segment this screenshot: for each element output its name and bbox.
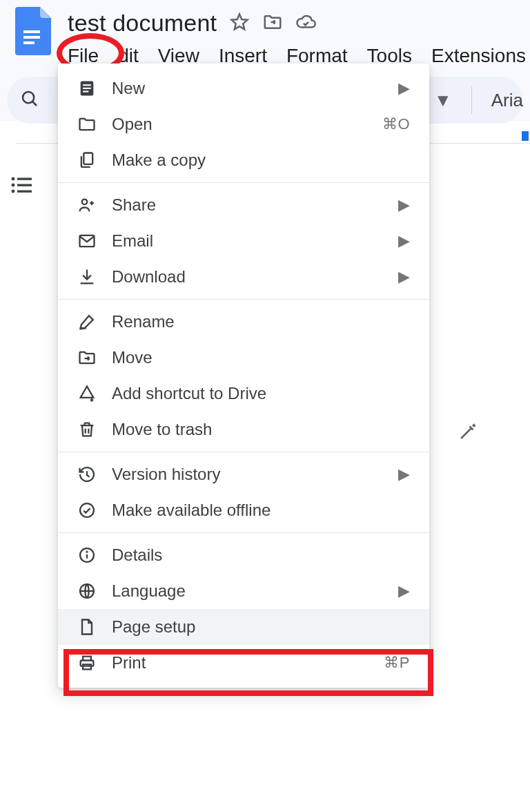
star-icon[interactable]	[229, 12, 250, 32]
rename-icon	[77, 312, 97, 331]
file-menu-rename-label: Rename	[112, 312, 175, 331]
chevron-down-icon[interactable]: ▼	[434, 90, 452, 111]
svg-rect-2	[23, 41, 35, 44]
file-menu-make-copy[interactable]: Make a copy	[58, 142, 429, 178]
svg-rect-15	[84, 153, 92, 164]
file-menu-add-shortcut[interactable]: Add shortcut to Drive	[58, 376, 429, 412]
file-menu-version-history[interactable]: Version history ▶	[58, 456, 429, 492]
docs-logo-icon[interactable]	[15, 7, 51, 55]
file-menu-move-to-trash[interactable]: Move to trash	[58, 412, 429, 447]
menu-separator	[58, 452, 429, 452]
file-menu-dropdown: New ▶ Open ⌘O Make a copy Share ▶ Email …	[58, 64, 429, 688]
file-menu-page-setup[interactable]: Page setup	[58, 609, 429, 645]
menu-separator	[58, 532, 429, 533]
header: test document File dit View Insert Forma…	[0, 0, 530, 68]
file-menu-share-label: Share	[112, 195, 156, 215]
trash-icon	[77, 420, 97, 439]
file-menu-open-shortcut: ⌘O	[382, 115, 410, 133]
offline-check-icon	[77, 501, 97, 520]
file-menu-details[interactable]: Details	[58, 537, 429, 573]
file-menu-move[interactable]: Move	[58, 340, 429, 376]
print-icon	[77, 653, 97, 673]
svg-rect-14	[83, 91, 88, 93]
file-menu-email[interactable]: Email ▶	[58, 223, 429, 259]
svg-line-4	[32, 102, 37, 106]
search-icon[interactable]	[19, 88, 40, 112]
svg-rect-9	[17, 184, 32, 186]
page-icon	[77, 617, 97, 637]
document-title[interactable]: test document	[68, 7, 217, 37]
submenu-arrow-icon: ▶	[398, 232, 411, 250]
copy-icon	[77, 151, 97, 170]
file-menu-email-label: Email	[112, 231, 153, 251]
svg-point-16	[82, 200, 87, 204]
submenu-arrow-icon: ▶	[398, 465, 411, 483]
file-menu-open[interactable]: Open ⌘O	[58, 106, 429, 142]
move-folder-icon	[77, 348, 97, 367]
file-menu-language[interactable]: Language ▶	[58, 573, 429, 609]
file-menu-download[interactable]: Download ▶	[58, 259, 429, 295]
svg-rect-13	[83, 88, 91, 89]
file-menu-move-label: Move	[112, 348, 153, 367]
person-add-icon	[77, 195, 97, 215]
email-icon	[77, 231, 97, 251]
svg-point-21	[86, 552, 87, 552]
history-icon	[77, 465, 97, 484]
document-outline-button[interactable]	[6, 169, 37, 201]
file-menu-open-label: Open	[112, 115, 153, 134]
document-icon	[77, 79, 97, 98]
svg-point-6	[12, 184, 15, 187]
file-menu-language-label: Language	[112, 581, 186, 601]
submenu-arrow-icon: ▶	[398, 268, 411, 286]
folder-icon	[77, 115, 97, 134]
submenu-arrow-icon: ▶	[398, 196, 411, 214]
magic-wand-icon[interactable]	[454, 418, 482, 445]
toolbar-divider	[471, 86, 472, 114]
menu-separator	[58, 299, 429, 300]
svg-rect-10	[17, 191, 32, 193]
svg-point-18	[80, 503, 94, 517]
font-family-label[interactable]: Aria	[491, 90, 523, 111]
info-icon	[77, 545, 97, 565]
cloud-status-icon[interactable]	[295, 12, 316, 32]
file-menu-version-history-label: Version history	[112, 465, 220, 484]
file-menu-new[interactable]: New ▶	[58, 70, 429, 106]
file-menu-add-shortcut-label: Add shortcut to Drive	[112, 384, 266, 403]
ruler-indent-marker[interactable]	[522, 131, 529, 141]
file-menu-print[interactable]: Print ⌘P	[58, 645, 429, 681]
svg-point-3	[23, 92, 34, 103]
drive-shortcut-icon	[77, 384, 97, 403]
file-menu-new-label: New	[112, 79, 145, 98]
svg-point-5	[12, 177, 15, 181]
file-menu-print-shortcut: ⌘P	[384, 654, 410, 672]
svg-rect-1	[23, 36, 40, 39]
file-menu-download-label: Download	[112, 267, 186, 287]
menu-extensions[interactable]: Extensions	[431, 44, 526, 68]
file-menu-rename[interactable]: Rename	[58, 304, 429, 340]
file-menu-offline[interactable]: Make available offline	[58, 492, 429, 528]
move-to-folder-icon[interactable]	[262, 12, 283, 32]
file-menu-make-copy-label: Make a copy	[112, 151, 206, 170]
file-menu-share[interactable]: Share ▶	[58, 187, 429, 223]
svg-rect-12	[83, 84, 91, 86]
svg-rect-0	[23, 30, 40, 33]
file-menu-page-setup-label: Page setup	[112, 617, 195, 637]
submenu-arrow-icon: ▶	[398, 79, 411, 97]
submenu-arrow-icon: ▶	[398, 582, 411, 600]
svg-point-7	[12, 190, 15, 193]
file-menu-offline-label: Make available offline	[112, 501, 271, 520]
svg-rect-8	[17, 178, 32, 180]
download-icon	[77, 267, 97, 287]
file-menu-details-label: Details	[112, 545, 162, 565]
file-menu-move-to-trash-label: Move to trash	[112, 420, 212, 439]
file-menu-print-label: Print	[112, 653, 146, 673]
globe-icon	[77, 581, 97, 601]
menu-separator	[58, 182, 429, 183]
